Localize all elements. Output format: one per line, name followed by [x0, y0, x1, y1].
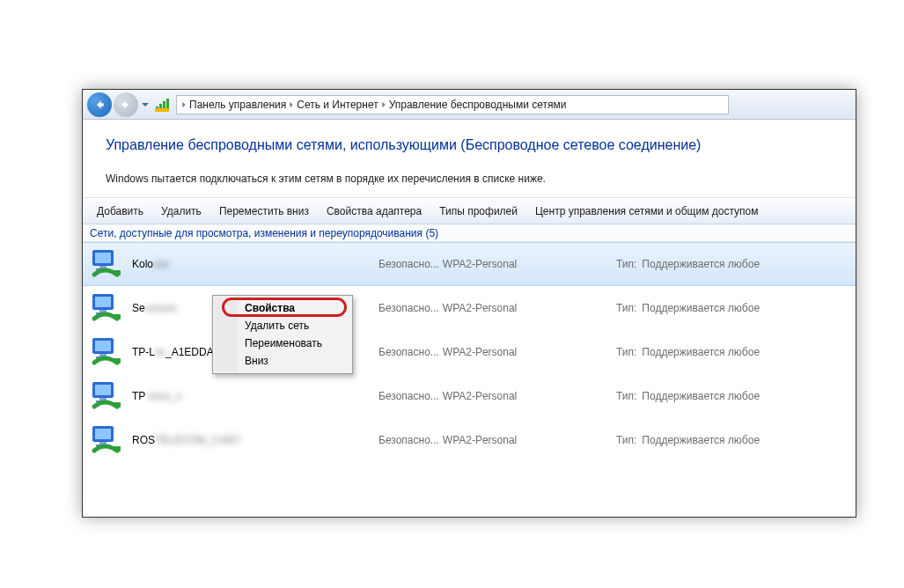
- network-name: Koloxxx: [132, 258, 379, 270]
- command-toolbar: Добавить Удалить Переместить вниз Свойст…: [83, 198, 856, 224]
- toolbar-profile-types[interactable]: Типы профилей: [430, 198, 526, 224]
- network-list: Koloxxx Безопасно...WPA2-Personal Тип:По…: [83, 242, 856, 462]
- breadcrumb-item-wireless-management[interactable]: Управление беспроводными сетями: [389, 99, 567, 111]
- forward-button[interactable]: [114, 92, 138, 117]
- svg-rect-19: [114, 402, 121, 408]
- svg-rect-14: [114, 358, 121, 364]
- navbar: Панель управления Сеть и Интернет Управл…: [83, 90, 856, 120]
- chevron-right-icon: [286, 101, 297, 108]
- svg-rect-4: [114, 270, 121, 276]
- explorer-window: Панель управления Сеть и Интернет Управл…: [82, 89, 856, 518]
- network-icon: [88, 246, 125, 283]
- network-security: Безопасно...WPA2-Personal: [379, 302, 616, 314]
- toolbar-move-down[interactable]: Переместить вниз: [210, 198, 318, 224]
- back-button[interactable]: [87, 92, 112, 117]
- context-menu-move-down[interactable]: Вниз: [238, 352, 350, 370]
- context-menu-rename[interactable]: Переименовать: [238, 334, 350, 352]
- network-type: Тип:Поддерживается любое: [616, 346, 847, 358]
- breadcrumb-item-control-panel[interactable]: Панель управления: [189, 99, 286, 111]
- toolbar-adapter-properties[interactable]: Свойства адаптера: [318, 198, 430, 224]
- nav-history-dropdown[interactable]: [139, 95, 151, 114]
- svg-rect-24: [114, 446, 121, 452]
- network-security: Безопасно...WPA2-Personal: [379, 434, 616, 446]
- svg-rect-6: [95, 297, 111, 307]
- network-row[interactable]: Koloxxx Безопасно...WPA2-Personal Тип:По…: [83, 242, 856, 286]
- chevron-right-icon: [179, 101, 189, 108]
- svg-rect-9: [114, 314, 121, 320]
- network-icon: [88, 422, 125, 459]
- network-security: Безопасно...WPA2-Personal: [379, 390, 616, 402]
- network-icon: [88, 378, 125, 415]
- context-menu-properties[interactable]: Свойства: [238, 299, 350, 317]
- group-header: Сети, доступные для просмотра, изменения…: [83, 224, 856, 242]
- network-row[interactable]: Sexxxxxx Безопасно...WPA2-Personal Тип:П…: [83, 286, 856, 330]
- svg-rect-21: [95, 429, 111, 439]
- network-type: Тип:Поддерживается любое: [616, 434, 847, 446]
- page-description: Windows пытается подключаться к этим сет…: [106, 173, 833, 185]
- breadcrumb-item-network-internet[interactable]: Сеть и Интернет: [297, 99, 378, 111]
- context-menu-delete[interactable]: Удалить сеть: [238, 317, 350, 334]
- wifi-adapter-icon: [153, 96, 171, 114]
- page-header: Управление беспроводными сетями, использ…: [83, 120, 856, 198]
- network-row[interactable]: ROSTELECOM_CAEC Безопасно...WPA2-Persona…: [83, 418, 856, 462]
- network-name: TP-xxxx_x: [132, 390, 379, 402]
- chevron-right-icon: [379, 101, 389, 108]
- network-icon: [88, 290, 125, 327]
- svg-rect-1: [95, 253, 111, 263]
- svg-rect-16: [95, 385, 111, 395]
- context-menu: Свойства Удалить сеть Переименовать Вниз: [212, 295, 353, 374]
- breadcrumb[interactable]: Панель управления Сеть и Интернет Управл…: [176, 95, 729, 114]
- toolbar-add[interactable]: Добавить: [88, 198, 152, 224]
- network-row[interactable]: TP-Lxx_A1EDDA Безопасно...WPA2-Personal …: [83, 330, 856, 374]
- toolbar-remove[interactable]: Удалить: [152, 198, 210, 224]
- network-row[interactable]: TP-xxxx_x Безопасно...WPA2-Personal Тип:…: [83, 374, 856, 418]
- network-name: ROSTELECOM_CAEC: [132, 434, 379, 446]
- toolbar-network-center[interactable]: Центр управления сетями и общим доступом: [526, 198, 768, 224]
- network-type: Тип:Поддерживается любое: [616, 390, 847, 402]
- svg-rect-11: [95, 341, 111, 351]
- network-type: Тип:Поддерживается любое: [616, 302, 847, 314]
- network-icon: [88, 334, 125, 371]
- network-security: Безопасно...WPA2-Personal: [379, 258, 616, 270]
- network-security: Безопасно...WPA2-Personal: [379, 346, 616, 358]
- network-type: Тип:Поддерживается любое: [616, 258, 847, 270]
- page-title: Управление беспроводными сетями, использ…: [106, 137, 833, 153]
